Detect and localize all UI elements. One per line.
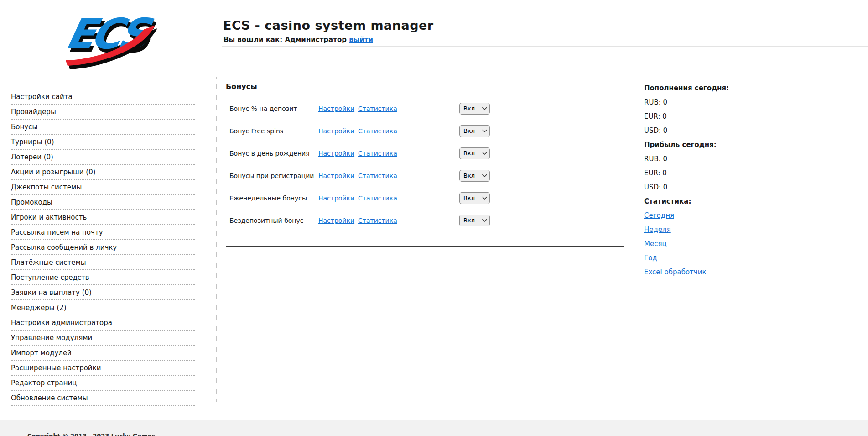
sidebar-item-0[interactable]: Настройки сайта: [11, 89, 195, 105]
sidebar-item-13[interactable]: Заявки на выплату (0): [11, 285, 195, 300]
statistics-link-row: Сегодня: [644, 211, 781, 226]
summary-section-title: Статистика:: [644, 197, 781, 211]
bonuses-panel: Бонусы Бонус % на депозит Настройки Стат…: [226, 82, 624, 265]
sidebar-item-3[interactable]: Турниры (0): [11, 135, 195, 150]
bonuses-bottom-divider: [226, 246, 624, 247]
sidebar-item-20[interactable]: Обновление системы: [11, 391, 195, 406]
statistics-period-link[interactable]: Неделя: [644, 226, 671, 234]
bonus-row: Еженедельные бонусы Настройки Статистика…: [226, 187, 624, 209]
bonus-name-label: Бездепозитный бонус: [229, 217, 303, 224]
bonus-state-select-wrap: Вкл: [459, 215, 490, 226]
bonus-name-label: Бонус в день рождения: [229, 150, 310, 157]
sidebar-item-label: Провайдеры: [11, 108, 56, 116]
footer: Copyright © 2013—2023 Lucky Games: [0, 420, 868, 436]
statistics-period-link[interactable]: Год: [644, 254, 657, 262]
sidebar-item-label: Расширенные настройки: [11, 364, 101, 372]
logout-link[interactable]: выйти: [349, 36, 373, 44]
bonuses-panel-title: Бонусы: [226, 82, 624, 91]
bonus-statistics-link[interactable]: Статистика: [358, 127, 397, 135]
bonus-settings-link[interactable]: Настройки: [318, 105, 354, 112]
currency-amount-line: RUB: 0: [644, 155, 781, 169]
sidebar-item-label: Заявки на выплату (0): [11, 289, 92, 297]
sidebar-item-label: Платёжные системы: [11, 258, 86, 267]
sidebar-item-label: Игроки и активность: [11, 213, 87, 221]
statistics-link-row: Месяц: [644, 240, 781, 254]
bonus-name-label: Еженедельные бонусы: [229, 194, 307, 202]
sidebar-item-19[interactable]: Редактор страниц: [11, 376, 195, 391]
sidebar-item-4[interactable]: Лотереи (0): [11, 150, 195, 165]
bonus-statistics-link[interactable]: Статистика: [358, 217, 397, 224]
bonus-settings-link[interactable]: Настройки: [318, 194, 354, 202]
sidebar-item-8[interactable]: Игроки и активность: [11, 210, 195, 225]
login-status: Вы вошли как: Администратор выйти: [223, 36, 373, 44]
login-user-label: Администратор: [285, 36, 347, 44]
sidebar-item-9[interactable]: Рассылка писем на почту: [11, 225, 195, 240]
sidebar-item-1[interactable]: Провайдеры: [11, 105, 195, 120]
right-content-divider: [631, 77, 631, 402]
sidebar-item-label: Акции и розыгрыши (0): [11, 168, 96, 176]
currency-amount-line: EUR: 0: [644, 112, 781, 126]
statistics-link-row: Excel обработчик: [644, 268, 781, 282]
sidebar-item-label: Рассылка писем на почту: [11, 228, 103, 236]
sidebar-item-label: Лотереи (0): [11, 153, 53, 161]
sidebar-item-7[interactable]: Промокоды: [11, 195, 195, 210]
statistics-period-link[interactable]: Сегодня: [644, 211, 674, 220]
bonus-state-select[interactable]: Вкл: [459, 147, 490, 159]
sidebar-item-label: Настройки администратора: [11, 319, 112, 327]
sidebar-item-16[interactable]: Управление модулями: [11, 331, 195, 346]
sidebar-item-14[interactable]: Менеджеры (2): [11, 300, 195, 315]
bonus-statistics-link[interactable]: Статистика: [358, 150, 397, 157]
sidebar-item-label: Рассылка сообщений в личку: [11, 243, 117, 252]
sidebar-item-15[interactable]: Настройки администратора: [11, 315, 195, 331]
bonus-settings-link[interactable]: Настройки: [318, 150, 354, 157]
statistics-period-link[interactable]: Excel обработчик: [644, 268, 706, 276]
sidebar-item-label: Редактор страниц: [11, 379, 77, 387]
sidebar-item-18[interactable]: Расширенные настройки: [11, 361, 195, 376]
statistics-link-row: Год: [644, 254, 781, 268]
bonus-state-select[interactable]: Вкл: [459, 103, 490, 115]
bonus-state-select-wrap: Вкл: [459, 103, 490, 115]
summary-section-title: Пополнения сегодня:: [644, 84, 781, 98]
sidebar-item-10[interactable]: Рассылка сообщений в личку: [11, 240, 195, 255]
ecs-logo[interactable]: ECS ECS: [61, 5, 161, 69]
bonus-state-select[interactable]: Вкл: [459, 125, 490, 137]
currency-amount-line: USD: 0: [644, 126, 781, 141]
sidebar-item-label: Бонусы: [11, 123, 37, 131]
sidebar-item-11[interactable]: Платёжные системы: [11, 255, 195, 270]
bonus-statistics-link[interactable]: Статистика: [358, 172, 397, 179]
bonus-settings-link[interactable]: Настройки: [318, 127, 354, 135]
statistics-period-link[interactable]: Месяц: [644, 240, 667, 248]
bonus-settings-link[interactable]: Настройки: [318, 217, 354, 224]
bonus-state-select-wrap: Вкл: [459, 192, 490, 204]
sidebar-menu: Настройки сайта Провайдеры Бонусы Турнир…: [11, 89, 195, 406]
bonuses-top-divider: [226, 95, 624, 95]
sidebar-item-label: Настройки сайта: [11, 93, 73, 101]
bonus-statistics-link[interactable]: Статистика: [358, 194, 397, 202]
bonus-state-select-wrap: Вкл: [459, 125, 490, 137]
bonus-name-label: Бонусы при регистрации: [229, 172, 314, 179]
currency-amount-line: USD: 0: [644, 183, 781, 197]
bonus-row: Бонус % на депозит Настройки Статистика …: [226, 97, 624, 120]
currency-amount-line: EUR: 0: [644, 169, 781, 183]
sidebar-item-label: Менеджеры (2): [11, 304, 67, 312]
bonus-statistics-link[interactable]: Статистика: [358, 105, 397, 112]
bonus-row: Бездепозитный бонус Настройки Статистика…: [226, 209, 624, 231]
bonus-name-label: Бонус Free spins: [229, 127, 283, 135]
sidebar-item-label: Импорт модулей: [11, 349, 72, 357]
bonus-settings-link[interactable]: Настройки: [318, 172, 354, 179]
bonus-state-select[interactable]: Вкл: [459, 215, 490, 226]
statistics-link-row: Неделя: [644, 226, 781, 240]
sidebar-item-2[interactable]: Бонусы: [11, 120, 195, 135]
sidebar-item-5[interactable]: Акции и розыгрыши (0): [11, 165, 195, 180]
header-divider: [222, 46, 868, 47]
bonus-state-select-wrap: Вкл: [459, 170, 490, 182]
sidebar-item-17[interactable]: Импорт модулей: [11, 346, 195, 361]
bonus-state-select[interactable]: Вкл: [459, 170, 490, 182]
bonus-state-select[interactable]: Вкл: [459, 192, 490, 204]
sidebar-item-label: Обновление системы: [11, 394, 88, 402]
ecs-logo-image: ECS ECS: [61, 5, 161, 69]
sidebar-item-label: Поступление средств: [11, 273, 89, 282]
sidebar-item-12[interactable]: Поступление средств: [11, 270, 195, 285]
currency-amount-line: RUB: 0: [644, 98, 781, 112]
sidebar-item-6[interactable]: Джекпоты системы: [11, 180, 195, 195]
